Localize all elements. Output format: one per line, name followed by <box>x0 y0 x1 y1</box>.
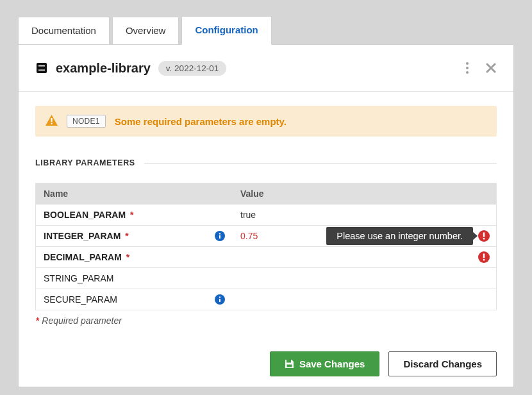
error-icon <box>478 230 490 242</box>
svg-rect-3 <box>51 118 52 122</box>
close-icon[interactable] <box>485 62 497 74</box>
tab-overview[interactable]: Overview <box>112 17 179 45</box>
table-row: STRING_PARAM <box>36 268 496 289</box>
svg-rect-1 <box>38 65 45 67</box>
library-icon <box>35 62 48 74</box>
discard-button-label: Discard Changes <box>403 358 482 369</box>
param-value: true <box>240 210 256 220</box>
header-actions <box>466 60 497 76</box>
table-row: INTEGER_PARAM*0.75Please use an integer … <box>36 226 496 247</box>
param-name-cell: INTEGER_PARAM* <box>36 226 233 246</box>
svg-rect-16 <box>219 297 220 298</box>
table-row: BOOLEAN_PARAM*true <box>36 205 496 226</box>
svg-rect-12 <box>483 254 485 258</box>
required-asterisk: * <box>126 252 129 262</box>
required-asterisk: * <box>130 210 133 220</box>
node-chip: NODE1 <box>67 115 106 128</box>
svg-rect-17 <box>287 360 291 363</box>
required-note-text: Required parameter <box>42 315 122 326</box>
svg-rect-10 <box>483 238 485 239</box>
save-button-label: Save Changes <box>299 358 365 369</box>
required-asterisk: * <box>125 231 128 241</box>
param-name-cell: BOOLEAN_PARAM* <box>36 205 233 225</box>
section-header: LIBRARY PARAMETERS <box>35 158 497 167</box>
version-badge: v. 2022-12-01 <box>158 61 226 76</box>
table-row: SECURE_PARAM <box>36 289 496 310</box>
table-header: Name Value <box>36 183 496 205</box>
section-line <box>144 163 497 164</box>
discard-button[interactable]: Discard Changes <box>388 351 497 376</box>
param-name: DECIMAL_PARAM <box>44 252 122 262</box>
col-header-name: Name <box>36 183 233 204</box>
library-title: example-library <box>56 61 151 76</box>
table-row: DECIMAL_PARAM* <box>36 247 496 268</box>
svg-rect-4 <box>51 123 52 124</box>
col-header-value: Value <box>233 183 496 204</box>
configuration-panel: example-library v. 2022-12-01 NODE1 Some… <box>18 44 514 387</box>
section-title: LIBRARY PARAMETERS <box>35 158 135 167</box>
warning-icon <box>46 115 58 128</box>
tab-bar: Documentation Overview Configuration <box>18 15 514 44</box>
save-button[interactable]: Save Changes <box>270 351 380 376</box>
svg-rect-13 <box>483 259 485 260</box>
param-value-cell[interactable] <box>233 268 496 289</box>
footer-actions: Save Changes Discard Changes <box>35 326 497 387</box>
svg-rect-0 <box>37 63 47 73</box>
param-name: STRING_PARAM <box>44 273 113 283</box>
tab-configuration[interactable]: Configuration <box>181 16 271 45</box>
panel-header: example-library v. 2022-12-01 <box>35 60 497 76</box>
svg-rect-2 <box>38 70 45 71</box>
param-name: INTEGER_PARAM <box>44 231 121 241</box>
svg-rect-7 <box>219 233 220 235</box>
param-value-cell[interactable] <box>233 247 496 267</box>
tab-documentation[interactable]: Documentation <box>18 17 110 45</box>
svg-rect-9 <box>483 233 485 237</box>
info-icon[interactable] <box>215 294 225 305</box>
info-icon[interactable] <box>215 231 225 241</box>
asterisk-icon: * <box>36 315 39 326</box>
param-value-cell[interactable]: true <box>233 205 496 225</box>
error-icon <box>478 251 490 263</box>
param-name-cell: STRING_PARAM <box>36 268 233 289</box>
svg-rect-6 <box>219 235 220 239</box>
required-note: * Required parameter <box>35 315 497 326</box>
param-name: SECURE_PARAM <box>44 294 117 305</box>
param-name-cell: DECIMAL_PARAM* <box>36 247 233 267</box>
svg-rect-18 <box>287 365 292 367</box>
more-menu-icon[interactable] <box>466 60 469 76</box>
parameters-table: Name Value BOOLEAN_PARAM*trueINTEGER_PAR… <box>35 183 497 310</box>
param-value: 0.75 <box>240 231 258 241</box>
param-name: BOOLEAN_PARAM <box>44 210 126 220</box>
param-name-cell: SECURE_PARAM <box>36 289 233 310</box>
warning-alert: NODE1 Some required parameters are empty… <box>35 106 497 137</box>
save-icon <box>285 359 294 369</box>
header-divider <box>19 91 513 92</box>
alert-message: Some required parameters are empty. <box>115 116 287 127</box>
param-value-cell[interactable]: 0.75Please use an integer number. <box>233 226 496 246</box>
error-tooltip: Please use an integer number. <box>326 227 473 245</box>
svg-rect-15 <box>219 299 220 302</box>
param-value-cell[interactable] <box>233 289 496 310</box>
